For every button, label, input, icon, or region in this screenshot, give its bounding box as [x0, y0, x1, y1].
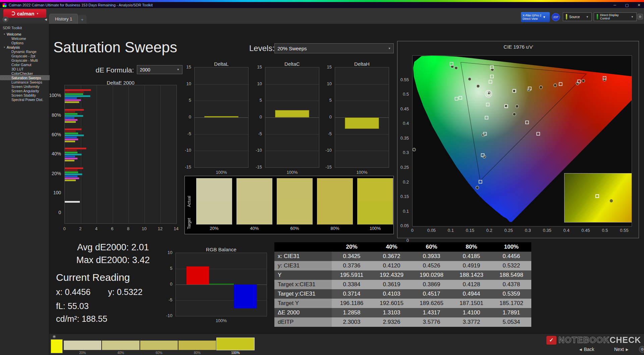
- patch-20%[interactable]: 20%: [64, 341, 101, 355]
- levels-label: Levels:: [249, 44, 275, 53]
- swatch-100%: 100%: [357, 178, 393, 231]
- table-cell: 0.5322: [491, 261, 531, 270]
- table-cell: 1.2858: [332, 308, 372, 317]
- deltal-title: DeltaL: [194, 61, 249, 67]
- add-tab-button[interactable]: +: [78, 15, 87, 24]
- calman-window: Calman 2022 Calman Ultimate for Business…: [0, 0, 644, 355]
- table-row-label: dEITP: [274, 317, 332, 327]
- sidebar-item-welcome[interactable]: ▼Welcome: [0, 32, 49, 36]
- patch-80%[interactable]: 80%: [178, 341, 216, 355]
- swatch-label: 40%: [250, 226, 259, 231]
- swatch-80%: 80%: [317, 178, 353, 231]
- table-cell: 0.4517: [412, 289, 451, 299]
- table-cell: 5.0534: [491, 317, 531, 327]
- patch-40%[interactable]: 40%: [102, 341, 140, 355]
- reading-y: y: 0.5322: [108, 287, 143, 297]
- table-row: y: CIE310.37360.41200.45260.49190.5322: [274, 261, 531, 270]
- swatch-label: 100%: [370, 226, 381, 231]
- table-cell: 0.3384: [332, 280, 372, 289]
- target-swatch: [317, 201, 353, 224]
- bottom-bar: ◉ 20%40%60%80%100% ✓ NOTEBOOKCHECK ◀ Bac…: [49, 334, 644, 355]
- next-button[interactable]: Next ▶: [614, 347, 629, 352]
- patch-100%[interactable]: 100%: [217, 338, 254, 355]
- table-cell: 0.3736: [332, 261, 372, 270]
- slideshow-gear-button[interactable]: ⚙: [639, 346, 644, 353]
- table-header-cell: 100%: [491, 242, 531, 252]
- app-icon: [3, 3, 6, 7]
- cie-yticks: 00.050.10.150.20.250.30.350.40.450.50.55: [398, 55, 411, 226]
- table-row-label: y: CIE31: [274, 261, 332, 270]
- deltah-ticks: 151050-5-10-15: [320, 67, 333, 168]
- cie-title: CIE 1976 u'v': [397, 44, 639, 50]
- reading-fl: fL: 55.03: [56, 301, 89, 311]
- back-button[interactable]: ◀ Back: [579, 347, 594, 352]
- table-cell: 190.0298: [412, 270, 451, 280]
- sidebar-item-saturation-sweeps[interactable]: Saturation Sweeps: [0, 75, 49, 80]
- target-row-label: Target: [187, 206, 192, 229]
- deltah-xlabel: 100%: [335, 170, 389, 175]
- table-cell: 0.3672: [372, 252, 412, 261]
- sidebar-collapse-button[interactable]: ◀: [43, 16, 49, 22]
- tree-expander-icon: ▼: [3, 46, 5, 48]
- meter-name: X-Rite i1Pro 2: [523, 14, 541, 17]
- inset-target-square: [595, 194, 599, 198]
- inset-measured-circle: [610, 199, 613, 202]
- patch-60%[interactable]: 60%: [140, 341, 178, 355]
- sidebar-item-3d-lut[interactable]: 3D LUT: [0, 67, 49, 71]
- titlebar: Calman 2022 Calman Ultimate for Business…: [0, 2, 644, 8]
- formula-dropdown[interactable]: 2000▼: [137, 65, 182, 74]
- sidebar-item-colorchecker[interactable]: ColorChecker: [0, 71, 49, 75]
- meter-mode: Direct View: [523, 17, 538, 20]
- calman-swirl-icon: [11, 11, 15, 15]
- table-cell: 0.3933: [412, 252, 451, 261]
- sidebar-item-grayscale-multi[interactable]: Grayscale - Multi: [0, 58, 49, 62]
- deltac-plot: [265, 67, 319, 168]
- tab-history-1[interactable]: History 1: [49, 14, 78, 24]
- sidebar-item-grayscale-2pt[interactable]: Grayscale - 2pt: [0, 54, 49, 58]
- next-arrow-icon: ▶: [626, 348, 629, 351]
- target-swatch: [196, 201, 232, 224]
- current-patch-indicator: [51, 339, 63, 353]
- table-cell: 185.1702: [491, 299, 531, 308]
- table-cell: 2.3003: [332, 317, 372, 327]
- sidebar-item-color-gamut[interactable]: Color Gamut: [0, 62, 49, 67]
- table-cell: 0.5359: [491, 289, 531, 299]
- table-row: dEITP2.30032.93263.57763.37725.0534: [274, 317, 531, 327]
- close-button[interactable]: ✕: [637, 3, 641, 7]
- meter-dropdown[interactable]: X-Rite i1Pro 2Direct View ▼: [521, 12, 550, 22]
- refresh-button[interactable]: ◉: [3, 16, 8, 22]
- sidebar-item-welcome[interactable]: Welcome: [0, 36, 49, 41]
- table-cell: 192.4329: [372, 270, 412, 280]
- table-cell: 1.7891: [491, 308, 531, 317]
- chevron-down-icon: ▼: [543, 15, 546, 19]
- source-dropdown[interactable]: Source ▼: [563, 12, 592, 21]
- calman-logo-menu[interactable]: calman ▼: [3, 9, 46, 18]
- settings-gear-button[interactable]: ⚙: [637, 14, 643, 19]
- table-row: Y195.5911192.4329190.0298188.1423188.549…: [274, 270, 531, 280]
- table-cell: 192.6015: [372, 299, 412, 308]
- sidebar-item-dynamic-range[interactable]: Dynamic Range: [0, 49, 49, 54]
- swatch-label: 20%: [210, 226, 218, 231]
- sidebar-item-analysis[interactable]: ▼Analysis: [0, 45, 49, 49]
- table-header-row: 20%40%60%80%100%: [274, 242, 531, 252]
- table-cell: 1.3103: [372, 308, 412, 317]
- table-row-label: ΔE 2000: [274, 308, 332, 317]
- table-cell: 196.1186: [332, 299, 372, 308]
- sidebar-item-options[interactable]: Options: [0, 41, 49, 45]
- table-row-label: x: CIE31: [274, 252, 332, 261]
- toolkit-title: SDR Toolkit: [3, 26, 22, 30]
- minimize-button[interactable]: ─: [612, 3, 617, 7]
- target-swatch: [357, 201, 393, 224]
- table-cell: 189.6265: [412, 299, 451, 308]
- maximize-button[interactable]: ▢: [625, 3, 629, 7]
- sidebar-item-luminance-sweeps[interactable]: Luminance Sweeps: [0, 80, 49, 84]
- table-cell: 0.3869: [412, 280, 451, 289]
- table-cell: 3.5776: [412, 317, 451, 327]
- display-control-dropdown[interactable]: Direct Display Control ▼: [594, 12, 637, 21]
- deltal-ticks: 151050-5-10-15: [180, 67, 193, 168]
- levels-dropdown[interactable]: 20% Sweeps▼: [274, 43, 394, 53]
- deltae-plot: [64, 85, 177, 224]
- table-cell: 0.4378: [491, 280, 531, 289]
- table-cell: 188.1423: [451, 270, 491, 280]
- table-cell: 3.3772: [451, 317, 491, 327]
